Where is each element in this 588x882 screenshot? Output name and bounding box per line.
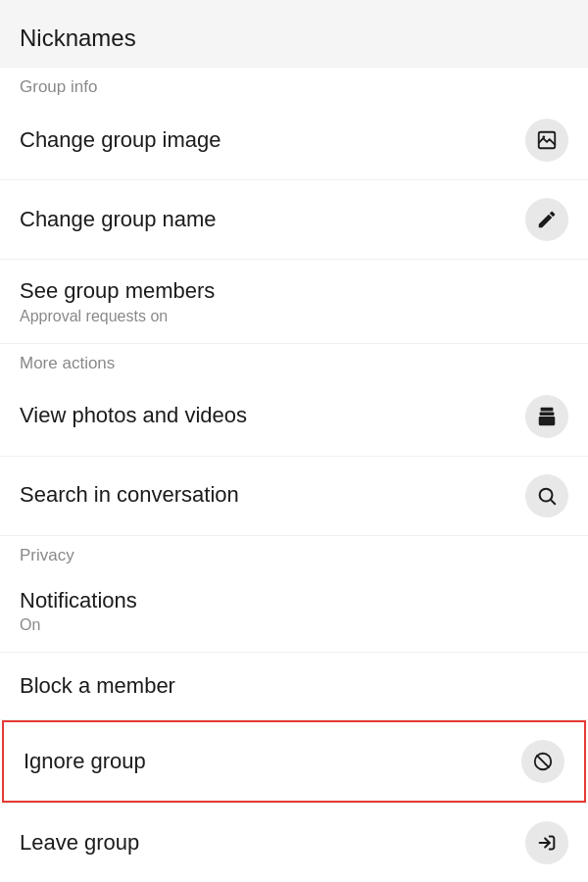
search-icon	[536, 485, 558, 507]
more-actions-header: More actions	[0, 344, 588, 377]
block-member-content: Block a member	[20, 672, 175, 701]
see-group-members-label: See group members	[20, 277, 215, 306]
nicknames-item[interactable]: Nicknames	[0, 0, 588, 67]
view-photos-content: View photos and videos	[20, 402, 247, 430]
change-group-image-item[interactable]: Change group image	[0, 101, 588, 179]
change-group-image-label: Change group image	[20, 126, 220, 155]
leave-group-content: Leave group	[20, 829, 139, 858]
ignore-icon	[532, 751, 554, 772]
search-conversation-content: Search in conversation	[20, 481, 239, 510]
change-group-name-content: Change group name	[20, 206, 217, 234]
group-info-header: Group info	[0, 68, 588, 101]
nicknames-label: Nicknames	[20, 24, 136, 52]
see-group-members-item[interactable]: See group members Approval requests on	[0, 260, 588, 343]
leave-group-item[interactable]: Leave group	[0, 804, 588, 882]
change-group-name-label: Change group name	[20, 206, 217, 234]
svg-rect-2	[541, 407, 554, 411]
menu-container: Nicknames Group info Change group image …	[0, 0, 588, 882]
photos-icon-container	[525, 395, 568, 438]
edit-icon	[536, 209, 558, 230]
search-icon-container	[525, 474, 568, 517]
change-group-name-item[interactable]: Change group name	[0, 180, 588, 259]
image-icon	[536, 129, 558, 151]
leave-group-label: Leave group	[20, 829, 139, 858]
svg-rect-3	[540, 412, 555, 416]
svg-rect-4	[539, 416, 556, 425]
search-conversation-label: Search in conversation	[20, 481, 239, 510]
leave-icon	[536, 832, 558, 854]
ignore-group-item[interactable]: Ignore group	[2, 720, 586, 803]
view-photos-label: View photos and videos	[20, 402, 247, 430]
leave-icon-container	[525, 821, 568, 864]
block-member-label: Block a member	[20, 672, 175, 701]
notifications-content: Notifications On	[20, 587, 137, 635]
ignore-group-content: Ignore group	[24, 748, 146, 776]
ignore-icon-container	[521, 740, 564, 783]
view-photos-item[interactable]: View photos and videos	[0, 377, 588, 456]
notifications-label: Notifications	[20, 587, 137, 615]
search-conversation-item[interactable]: Search in conversation	[0, 457, 588, 535]
notifications-sublabel: On	[20, 616, 137, 634]
see-group-members-content: See group members Approval requests on	[20, 277, 215, 325]
photos-icon	[536, 406, 558, 427]
approval-requests-sublabel: Approval requests on	[20, 308, 215, 325]
change-group-image-content: Change group image	[20, 126, 220, 155]
edit-icon-container	[525, 198, 568, 241]
notifications-item[interactable]: Notifications On	[0, 569, 588, 653]
block-member-item[interactable]: Block a member	[0, 653, 588, 719]
image-icon-container	[525, 119, 568, 162]
privacy-header: Privacy	[0, 536, 588, 569]
ignore-group-label: Ignore group	[24, 748, 146, 776]
